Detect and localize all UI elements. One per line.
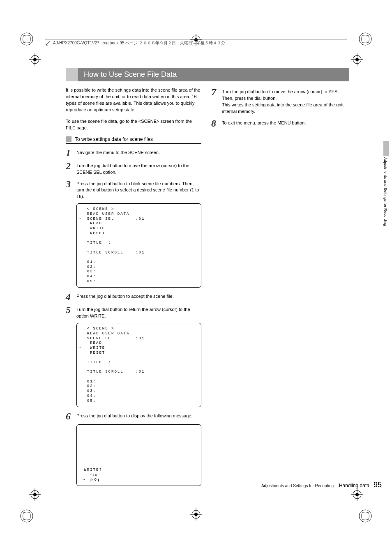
align-mark [351,488,363,502]
svg-point-2 [21,510,33,522]
menu-screen-3: WRITE? YES NO [76,424,201,486]
step-body: Press the jog dial button to display the… [76,411,201,419]
reg-mark-bl [20,509,34,523]
subhead-icon [66,136,71,142]
step-num: 3 [66,179,76,189]
step-8: 8 To exit the menu, press the MENU butto… [211,118,347,128]
reg-mark-tr [358,32,372,46]
step-5: 5 Turn the jog dial button to return the… [66,305,201,320]
reg-mark-tl [20,32,34,46]
svg-point-15 [33,493,37,496]
step-num: 6 [66,411,76,421]
align-mark [190,508,202,521]
step-body: Press the jog dial button to accept the … [76,292,201,300]
step-6: 6 Press the jog dial button to display t… [66,411,201,421]
align-mark [351,53,363,67]
subhead-text: To write settings data for scene files [75,136,153,142]
step-body: Press the jog dial button to blink scene… [76,179,201,200]
step-1: 1 Navigate the menu to the SCENE screen. [66,148,201,158]
align-mark [29,53,41,67]
footer-subject: Handling data [339,483,369,488]
step-4: 4 Press the jog dial button to accept th… [66,292,201,302]
page-number: 95 [374,481,382,489]
section-title: How to Use Scene File Data [66,68,349,81]
svg-point-27 [194,513,198,516]
intro-p1: It is possible to write the settings dat… [66,87,201,113]
step-body: Turn the jog dial button to move the arr… [222,87,347,115]
step-body: To exit the menu, press the MENU button. [222,118,347,127]
step-body: Navigate the menu to the SCENE screen. [76,148,201,156]
page-header: AJ-HPX2700G-VQT1V27_eng.book 95 ページ ２００８… [45,39,347,47]
step-body: Turn the jog dial button to return the a… [76,305,201,320]
reg-mark-br [358,509,372,523]
menu-screen-2: < SCENE > READ USER DATA SCENE SEL :01 R… [76,323,201,407]
side-tab-marker [383,141,389,156]
menu-screen-1: < SCENE > READ USER DATA SCENE SEL :01 R… [76,203,201,288]
step-num: 4 [66,292,76,302]
step-7: 7 Turn the jog dial button to move the a… [211,87,347,115]
svg-point-19 [355,493,359,496]
footer-path: Adjustments and Settings for Recording: [261,484,335,488]
svg-point-0 [21,33,33,45]
svg-point-3 [359,510,371,522]
step-num: 1 [66,148,76,158]
svg-point-1 [359,33,371,45]
header-bookfile: AJ-HPX2700G-VQT1V27_eng.book 95 ページ ２００８… [53,40,225,46]
step-3: 3 Press the jog dial button to blink sce… [66,179,201,200]
page-footer: Adjustments and Settings for Recording: … [261,481,382,489]
step-num: 2 [66,161,76,171]
svg-point-11 [355,58,359,61]
step-2: 2 Turn the jog dial button to move the a… [66,161,201,176]
step-num: 5 [66,305,76,315]
svg-point-7 [33,58,37,61]
side-tab: Adjustments and Settings for Recording [383,141,389,211]
intro-p2: To use the scene file data, go to the <S… [66,118,201,131]
step-num: 7 [211,87,222,97]
step-body: Turn the jog dial button to move the arr… [76,161,201,176]
step-num: 8 [211,118,222,128]
subhead: To write settings data for scene files [66,136,201,144]
align-mark [29,488,41,502]
side-tab-text: Adjustments and Settings for Recording [383,157,388,226]
